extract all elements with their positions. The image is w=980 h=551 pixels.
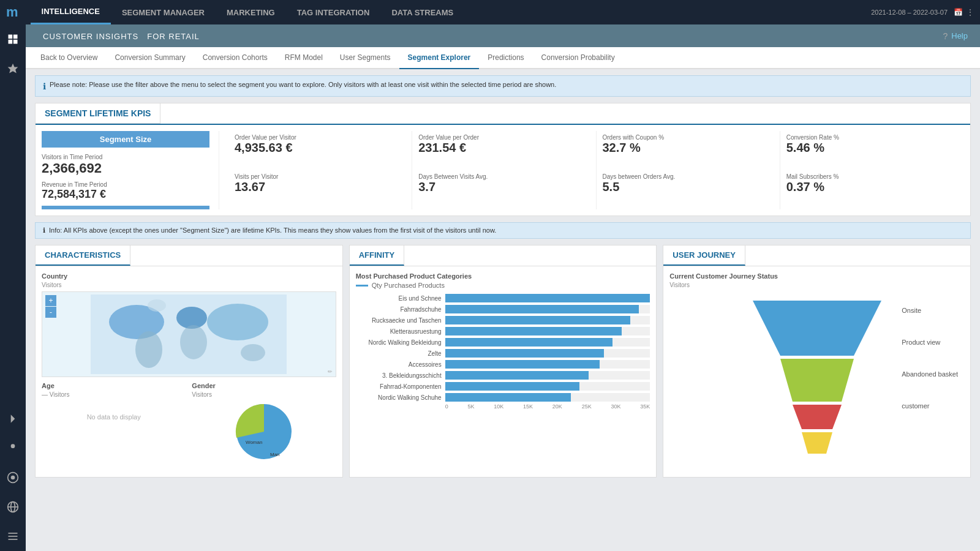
bar-fill (445, 393, 571, 402)
tab-conversion-cohorts[interactable]: Conversion Cohorts (194, 47, 276, 69)
svg-marker-29 (802, 432, 832, 454)
app-logo: m (6, 4, 18, 20)
kpi-mail-subscribers: Mail Subscribers % 0.37 % (780, 170, 964, 209)
world-map: + - (42, 291, 336, 377)
kpi-metrics: Order Value per Visitor 4,935.63 € Order… (219, 131, 964, 209)
nav-segment-manager[interactable]: SEGMENT MANAGER (111, 0, 216, 24)
characteristics-title: CHARACTERISTICS (36, 246, 130, 266)
journey-section-label: Current Customer Journey Status (669, 272, 964, 280)
bar-track (445, 393, 650, 402)
axis-label: 25K (582, 403, 592, 410)
bar-label: Nordic Walking Schuhe (356, 394, 442, 401)
characteristics-content: Country Visitors + - (36, 266, 342, 468)
bar-label: Kletterausruestung (356, 328, 442, 335)
user-journey-panel: USER JOURNEY Current Customer Journey St… (663, 245, 971, 478)
tab-back-to-overview[interactable]: Back to Overview (32, 47, 106, 69)
tab-bar: Back to Overview Conversion Summary Conv… (26, 47, 980, 69)
nav-data-streams[interactable]: DATA STREAMS (380, 0, 464, 24)
sidebar-list-icon[interactable] (4, 528, 21, 545)
affinity-panel: AFFINITY Most Purchased Product Categori… (349, 245, 657, 478)
bar-row: Fahrradschuhe (356, 305, 650, 313)
svg-point-21 (241, 344, 265, 361)
bar-fill (445, 316, 630, 324)
axis-label: 30K (611, 403, 620, 410)
zoom-in-button[interactable]: + (45, 295, 56, 306)
svg-text:Man: Man (270, 452, 280, 457)
nav-tag-integration[interactable]: TAG INTEGRATION (286, 0, 381, 24)
kpi-order-value-visitor: Order Value per Visitor 4,935.63 € (228, 131, 412, 170)
bar-row: Nordic Walking Bekleidung (356, 338, 650, 347)
help-link[interactable]: Help (951, 31, 968, 40)
svg-rect-12 (9, 533, 18, 534)
tab-predictions[interactable]: Predictions (479, 47, 532, 69)
kpi-title: SEGMENT LIFETIME KPIS (36, 103, 160, 124)
bar-track (445, 349, 650, 358)
svg-rect-14 (9, 539, 18, 540)
page-title: CUSTOMER INSIGHTS for retail (38, 29, 200, 42)
age-gender-section: Age — Visitors No data to display Gender… (42, 382, 336, 462)
bar-label: Fahrradschuhe (356, 306, 442, 313)
svg-marker-5 (11, 414, 15, 422)
bar-label: Rucksaecke und Taschen (356, 317, 442, 324)
info-bar: ℹ Please note: Please use the filter abo… (35, 75, 971, 97)
zoom-out-button[interactable]: - (45, 307, 56, 318)
kpi-segment-size: Segment Size Visitors in Time Period 2,3… (42, 131, 219, 209)
bar-label: Fahrrad-Komponenten (356, 383, 442, 390)
legend-label: Qty Purchased Products (372, 282, 445, 289)
help-icon: ? (943, 31, 948, 41)
tab-conversion-probability[interactable]: Conversion Probability (533, 47, 624, 69)
bar-fill (445, 360, 600, 369)
legend-line (356, 285, 368, 287)
nav-intelligence[interactable]: INTELLIGENCE (31, 0, 111, 24)
tab-rfm-model[interactable]: RFM Model (276, 47, 331, 69)
axis-label: 0 (445, 403, 448, 410)
info-note-icon: ℹ (43, 227, 45, 234)
funnel-chart-container: Onsite Product view Abandoned basket cus… (669, 294, 964, 472)
bar-track (445, 294, 650, 302)
kpi-conversion-rate: Conversion Rate % 5.46 % (780, 131, 964, 170)
tab-user-segments[interactable]: User Segments (331, 47, 399, 69)
more-options-icon[interactable]: ⋮ (967, 8, 974, 17)
bar-fill (445, 327, 622, 335)
age-visitors: — Visitors (42, 391, 186, 398)
sidebar-pin-icon[interactable] (4, 440, 21, 457)
info-note: ℹ Info: All KPIs above (except the ones … (35, 222, 971, 239)
bar-fill (445, 382, 580, 391)
svg-rect-1 (13, 35, 18, 39)
map-edit-icon[interactable]: ✏ (328, 369, 333, 375)
axis-label: 5K (467, 403, 474, 410)
top-navigation: m INTELLIGENCE SEGMENT MANAGER MARKETING… (0, 0, 980, 24)
stage-onsite: Onsite (902, 307, 958, 314)
affinity-title: AFFINITY (350, 246, 405, 266)
svg-marker-28 (793, 405, 842, 429)
stage-customer: customer (902, 402, 958, 410)
bar-fill (445, 294, 650, 302)
nav-marketing[interactable]: MARKETING (216, 0, 286, 24)
svg-marker-27 (780, 359, 854, 402)
age-section: Age — Visitors No data to display (42, 382, 186, 462)
bar-track (445, 360, 650, 369)
svg-rect-0 (9, 35, 13, 39)
affinity-content: Most Purchased Product Categories Qty Pu… (350, 266, 657, 416)
gender-visitors: Visitors (192, 391, 336, 398)
sidebar-star-icon[interactable] (4, 60, 21, 77)
affinity-section-label: Most Purchased Product Categories (356, 272, 650, 280)
gender-label: Gender (192, 382, 336, 389)
tab-segment-explorer[interactable]: Segment Explorer (399, 47, 480, 69)
journey-visitors-label: Visitors (669, 282, 964, 288)
kpi-visits-visitor: Visits per Visitor 13.67 (228, 170, 412, 209)
sidebar-arrow-icon[interactable] (4, 410, 21, 427)
funnel-labels: Onsite Product view Abandoned basket cus… (902, 307, 958, 410)
bar-row: Kletterausruestung (356, 327, 650, 335)
bar-axis: 05K10K15K20K25K30K35K (356, 403, 650, 410)
map-svg (91, 294, 287, 374)
visitors-sublabel: Visitors (42, 282, 336, 288)
sidebar-grid-icon[interactable] (4, 31, 21, 48)
segment-size-bar: Segment Size (42, 131, 209, 148)
bar-label: 3. Bekleidungsschicht (356, 372, 442, 379)
calendar-icon[interactable]: 📅 (954, 8, 963, 17)
sidebar-target-icon[interactable] (4, 469, 21, 486)
country-label: Country (42, 272, 336, 280)
sidebar-globe-icon[interactable] (4, 498, 21, 515)
tab-conversion-summary[interactable]: Conversion Summary (106, 47, 194, 69)
